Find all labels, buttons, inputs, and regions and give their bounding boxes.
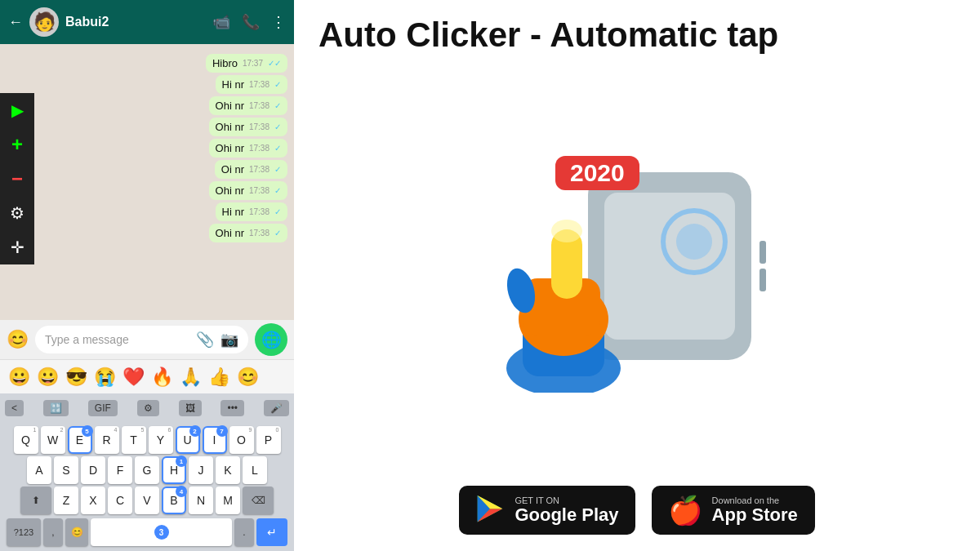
key-y[interactable]: Y6	[149, 426, 173, 454]
attach-icon[interactable]: 📎	[196, 331, 214, 349]
emoji-cry[interactable]: 😭	[94, 367, 116, 388]
emoji-happy[interactable]: 😀	[37, 367, 59, 388]
key-delete[interactable]: ⌫	[243, 487, 274, 514]
key-r[interactable]: R4	[95, 426, 119, 454]
google-play-button[interactable]: GET IT ON Google Play	[459, 486, 635, 535]
svg-point-1	[676, 224, 712, 260]
key-c[interactable]: C	[108, 487, 132, 514]
more-options-icon[interactable]: ⋮	[271, 13, 286, 31]
move-button[interactable]: ✛	[0, 230, 34, 264]
keyboard-row-4: ?123 , 😊 3 . ↵	[3, 517, 291, 548]
key-d[interactable]: D	[81, 456, 105, 484]
apple-icon: 🍎	[668, 494, 702, 527]
key-a[interactable]: A	[27, 456, 51, 484]
emoji-cool[interactable]: 😎	[65, 367, 87, 388]
message-3: Ohi nr 17:38 ✓	[209, 96, 287, 115]
message-7: Ohi nr 17:38 ✓	[209, 181, 287, 200]
input-bar: 😊 Type a message 📎 📷 🌐	[0, 320, 294, 359]
google-play-icon	[475, 494, 505, 527]
key-g[interactable]: G	[135, 456, 159, 484]
kb-more[interactable]: •••	[220, 400, 244, 416]
kb-arrow-left[interactable]: <	[5, 400, 24, 416]
key-w[interactable]: W2	[41, 426, 65, 454]
svg-point-7	[551, 220, 582, 242]
emoji-thumbs[interactable]: 👍	[208, 367, 230, 388]
hand-icon	[490, 213, 653, 393]
key-u[interactable]: U72	[176, 426, 200, 454]
key-b[interactable]: B4	[162, 487, 186, 514]
key-space[interactable]: 3	[91, 518, 232, 546]
send-icon: 🌐	[261, 330, 282, 349]
message-6: Oi nr 17:38 ✓	[215, 160, 287, 179]
back-button[interactable]: ←	[8, 14, 23, 31]
contact-name: Babui2	[65, 15, 206, 29]
kb-mic[interactable]: 🎤	[264, 400, 289, 416]
key-f[interactable]: F	[108, 456, 132, 484]
key-p[interactable]: P0	[256, 426, 281, 454]
message-2: Hi nr 17:38 ✓	[216, 75, 287, 94]
send-button[interactable]: 🌐	[255, 323, 287, 356]
app-title: Auto Clicker - Automatic tap	[318, 16, 956, 54]
key-v[interactable]: V	[135, 487, 159, 514]
key-z[interactable]: Z	[54, 487, 78, 514]
key-j[interactable]: J	[189, 456, 213, 484]
key-m[interactable]: M	[216, 487, 240, 514]
key-n[interactable]: N	[189, 487, 213, 514]
app-store-text: Download on the App Store	[712, 495, 798, 525]
minus-button[interactable]: −	[0, 162, 34, 196]
side-btn-2	[760, 269, 766, 291]
camera-icon[interactable]: 📷	[220, 331, 238, 349]
emoji-smile[interactable]: 😊	[237, 367, 259, 388]
key-emoji-face[interactable]: 😊	[65, 518, 88, 546]
settings-button[interactable]: ⚙	[0, 196, 34, 230]
kb-translate[interactable]: 🖼	[179, 400, 202, 416]
key-s[interactable]: S	[54, 456, 78, 484]
message-8: Hi nr 17:38 ✓	[216, 202, 287, 221]
wa-header: ← 🧑 Babui2 📹 📞 ⋮	[0, 0, 294, 44]
key-e[interactable]: E35	[68, 426, 92, 454]
promo-panel: Auto Clicker - Automatic tap 2020	[294, 0, 980, 551]
key-i[interactable]: I87	[203, 426, 227, 454]
phone-icon[interactable]: 📞	[242, 13, 260, 31]
emoji-pray[interactable]: 🙏	[180, 367, 202, 388]
key-q[interactable]: Q1	[14, 426, 38, 454]
key-l[interactable]: L	[243, 456, 267, 484]
key-h[interactable]: H1	[162, 456, 186, 484]
key-shift[interactable]: ⬆	[20, 487, 51, 514]
key-period[interactable]: .	[234, 518, 254, 546]
keyboard-toolbar: < 🔡 GIF ⚙ 🖼 ••• 🎤	[0, 393, 294, 423]
google-play-main: Google Play	[514, 505, 618, 525]
emoji-face[interactable]: 😀	[8, 367, 30, 388]
key-comma[interactable]: ,	[43, 518, 63, 546]
play-button[interactable]: ▶	[0, 93, 34, 127]
message-9: Ohi nr 17:38 ✓	[209, 224, 287, 242]
app-icon-area: 2020	[318, 62, 956, 478]
message-4: Ohi nr 17:38 ✓	[209, 118, 287, 136]
kb-sticker[interactable]: 🔡	[43, 400, 69, 416]
keyboard-row-2: A S D F G H1 J K L	[3, 456, 291, 484]
header-icons: 📹 📞 ⋮	[212, 13, 286, 31]
kb-settings[interactable]: ⚙	[137, 400, 159, 416]
google-play-text: GET IT ON Google Play	[514, 495, 618, 525]
app-icon-container: 2020	[506, 156, 768, 384]
key-k[interactable]: K	[216, 456, 240, 484]
key-enter[interactable]: ↵	[256, 518, 287, 546]
message-input[interactable]: Type a message 📎 📷	[35, 326, 248, 353]
plus-button[interactable]: +	[0, 127, 34, 162]
emoji-button[interactable]: 😊	[7, 329, 29, 350]
keyboard: Q1 W2 E35 R4 T5 Y6 U72 I87 O9 P0 A S D F…	[0, 423, 294, 551]
video-call-icon[interactable]: 📹	[212, 13, 230, 31]
message-5: Ohi nr 17:38 ✓	[209, 139, 287, 158]
kb-gif[interactable]: GIF	[88, 400, 118, 416]
app-store-button[interactable]: 🍎 Download on the App Store	[652, 486, 815, 535]
whatsapp-panel: ← 🧑 Babui2 📹 📞 ⋮ ▶ + − ⚙ ✛ Hibro 17:37 ✓…	[0, 0, 294, 551]
emoji-heart[interactable]: ❤️	[122, 367, 145, 388]
overlay-controls: ▶ + − ⚙ ✛	[0, 93, 34, 264]
emoji-fire[interactable]: 🔥	[151, 367, 173, 388]
keyboard-row-1: Q1 W2 E35 R4 T5 Y6 U72 I87 O9 P0	[3, 426, 291, 454]
key-numbers[interactable]: ?123	[7, 518, 41, 546]
key-t[interactable]: T5	[122, 426, 146, 454]
keyboard-row-3: ⬆ Z X C V B4 N M ⌫	[3, 487, 291, 514]
key-x[interactable]: X	[81, 487, 105, 514]
key-o[interactable]: O9	[229, 426, 254, 454]
